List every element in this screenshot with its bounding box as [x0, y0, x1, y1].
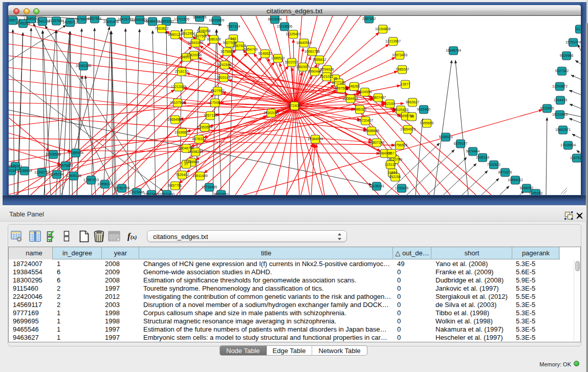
svg-text:6794028: 6794028 [320, 68, 334, 71]
svg-text:10958107: 10958107 [97, 182, 113, 186]
svg-text:20053346: 20053346 [76, 64, 91, 68]
svg-text:10154808: 10154808 [375, 27, 390, 31]
svg-text:5322037: 5322037 [285, 60, 299, 64]
svg-text:2457954: 2457954 [88, 17, 102, 20]
svg-text:7357224: 7357224 [227, 25, 241, 28]
svg-text:17016504: 17016504 [560, 143, 576, 147]
svg-text:12342757: 12342757 [34, 170, 50, 174]
svg-text:9245052: 9245052 [520, 186, 534, 190]
svg-text:3624554: 3624554 [358, 90, 372, 94]
svg-text:12541238: 12541238 [35, 19, 50, 23]
svg-text:16911449: 16911449 [192, 174, 208, 178]
svg-text:18807249: 18807249 [369, 141, 384, 144]
svg-text:1588520: 1588520 [271, 56, 285, 60]
svg-text:8960124: 8960124 [168, 33, 182, 36]
svg-text:13977: 13977 [401, 82, 410, 86]
svg-text:8990448: 8990448 [308, 70, 322, 73]
svg-text:9115460: 9115460 [417, 107, 430, 111]
svg-text:44: 44 [410, 115, 414, 118]
svg-text:746266: 746266 [349, 84, 360, 88]
svg-text:20691406: 20691406 [103, 20, 119, 24]
svg-text:3675685: 3675685 [221, 50, 234, 53]
svg-text:252254: 252254 [389, 175, 401, 179]
svg-text:9329966: 9329966 [560, 54, 574, 57]
svg-text:45: 45 [333, 77, 337, 80]
svg-text:9327500: 9327500 [194, 34, 208, 38]
svg-text:7625402: 7625402 [176, 173, 189, 177]
svg-text:9146821: 9146821 [258, 52, 272, 55]
svg-text:17359934: 17359934 [68, 151, 83, 155]
svg-text:10837430: 10837430 [159, 192, 175, 195]
svg-text:12213967: 12213967 [385, 39, 401, 43]
svg-text:2718170: 2718170 [175, 70, 189, 73]
svg-text:8454749: 8454749 [244, 48, 258, 51]
svg-text:16210643: 16210643 [552, 113, 568, 116]
svg-text:10756928: 10756928 [392, 143, 407, 147]
svg-text:17957253: 17957253 [83, 178, 99, 182]
svg-text:8186328: 8186328 [207, 37, 221, 41]
svg-text:115132: 115132 [385, 163, 396, 166]
svg-text:546: 546 [230, 37, 236, 40]
svg-text:6379197: 6379197 [454, 142, 468, 145]
svg-text:16543392: 16543392 [188, 41, 203, 45]
svg-text:16120746: 16120746 [387, 158, 402, 161]
svg-text:15720407: 15720407 [358, 119, 373, 122]
svg-text:7955812: 7955812 [313, 58, 326, 61]
svg-text:4245263: 4245263 [16, 21, 30, 25]
svg-text:1145194: 1145194 [50, 172, 63, 176]
svg-text:7986322: 7986322 [353, 107, 367, 111]
svg-text:7632621: 7632621 [487, 163, 501, 166]
svg-text:12323446: 12323446 [129, 190, 144, 194]
svg-text:16961758: 16961758 [304, 50, 320, 53]
svg-text:8335061: 8335061 [9, 164, 22, 168]
svg-text:18724007: 18724007 [287, 104, 302, 107]
svg-text:8678332: 8678332 [192, 137, 206, 141]
svg-text:39154: 39154 [9, 169, 16, 172]
svg-text:8471676: 8471676 [498, 170, 512, 174]
svg-text:10975887: 10975887 [58, 164, 73, 167]
svg-text:7485007: 7485007 [396, 68, 409, 71]
svg-text:2935114: 2935114 [476, 156, 489, 159]
svg-text:19166827: 19166827 [175, 130, 190, 134]
svg-text:6497568: 6497568 [335, 86, 349, 90]
svg-text:98901: 98901 [182, 55, 191, 59]
svg-text:9227342: 9227342 [555, 69, 569, 73]
svg-text:10107553: 10107553 [170, 101, 185, 104]
svg-text:10807487: 10807487 [371, 96, 386, 99]
svg-text:12093872: 12093872 [552, 84, 568, 88]
svg-text:7663822: 7663822 [155, 27, 169, 30]
svg-text:19384554: 19384554 [308, 137, 323, 141]
svg-text:14136141: 14136141 [369, 184, 384, 188]
svg-text:14055712: 14055712 [62, 20, 78, 24]
svg-text:10973493: 10973493 [392, 53, 407, 57]
svg-text:21257684: 21257684 [49, 19, 64, 23]
svg-text:5226058: 5226058 [197, 29, 211, 33]
svg-text:16415740: 16415740 [118, 17, 133, 21]
svg-text:16782759: 16782759 [114, 186, 129, 190]
svg-text:25302035: 25302035 [264, 111, 279, 115]
svg-text:5938923: 5938923 [439, 135, 453, 139]
svg-text:10654112: 10654112 [508, 178, 523, 182]
svg-text:11172: 11172 [575, 27, 581, 31]
svg-text:5188470: 5188470 [146, 19, 160, 23]
svg-text:9777169: 9777169 [332, 81, 346, 84]
svg-text:19523409: 19523409 [144, 192, 159, 195]
svg-text:16046786: 16046786 [179, 146, 194, 150]
svg-text:3267110: 3267110 [204, 114, 217, 117]
svg-text:17006: 17006 [210, 101, 220, 104]
svg-text:8427552: 8427552 [211, 89, 225, 93]
svg-text:9699695: 9699695 [420, 121, 434, 125]
svg-text:9463627: 9463627 [406, 100, 420, 104]
svg-text:8813054: 8813054 [268, 17, 282, 21]
svg-text:18640910: 18640910 [296, 41, 312, 45]
svg-text:13701506: 13701506 [174, 17, 189, 21]
svg-text:24851: 24851 [388, 171, 398, 174]
svg-text:20364436: 20364436 [343, 97, 358, 100]
svg-text:13716485: 13716485 [202, 185, 217, 189]
svg-text:8912954: 8912954 [182, 32, 195, 35]
svg-text:2803144: 2803144 [217, 76, 231, 79]
svg-text:20206536: 20206536 [46, 152, 61, 156]
svg-text:13353594: 13353594 [197, 125, 212, 129]
svg-text:19218506: 19218506 [277, 25, 292, 28]
svg-text:2367608: 2367608 [233, 44, 247, 48]
